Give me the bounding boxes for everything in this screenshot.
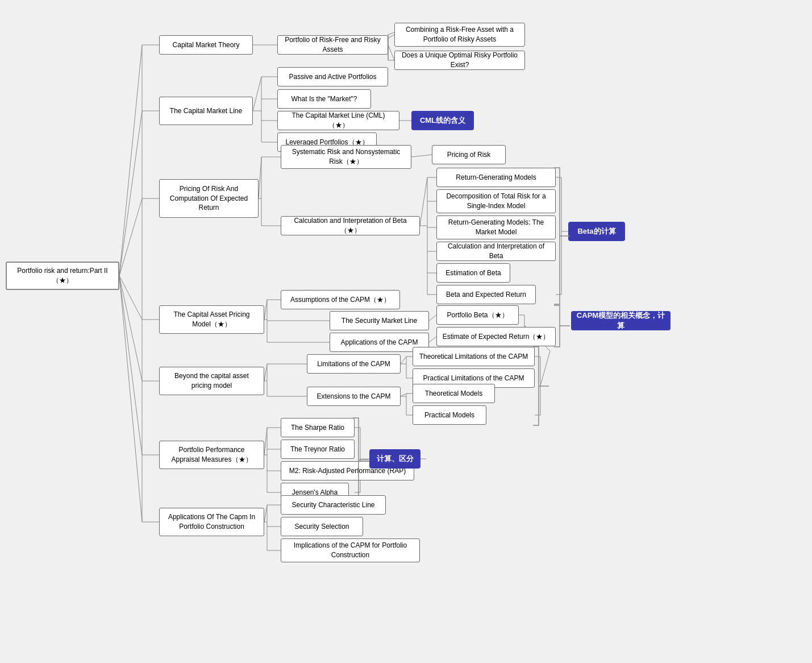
node-label: Estimation of Beta [445, 268, 501, 278]
svg-line-12 [119, 276, 142, 522]
node-label: Portfolio Beta（★） [447, 310, 508, 320]
svg-line-65 [401, 357, 406, 364]
node-estimation-beta: Estimation of Beta [436, 263, 510, 283]
node-label: The Sharpe Ratio [291, 423, 344, 433]
node-capm: The Capital Asset Pricing Model（★） [159, 305, 264, 334]
node-label: Calculation and Interpretation of Beta [442, 242, 551, 261]
node-label: Systematic Risk and Nonsystematic Risk（★… [286, 147, 406, 167]
node-label: Beyond the capital asset pricing model [164, 371, 259, 391]
node-label: Security Characteristic Line [292, 500, 374, 510]
node-label: The Security Market Line [342, 316, 417, 326]
node-label: Passive and Active Portfolios [289, 72, 376, 82]
node-what-market: What Is the "Market"? [277, 89, 371, 109]
node-applications-capm-portfolio: Applications Of The Capm In Portfolio Co… [159, 508, 264, 536]
node-label: Security Selection [294, 522, 349, 532]
node-label: The Capital Market Line [170, 106, 242, 116]
node-cml-highlight: CML线的含义 [411, 111, 474, 130]
node-label: Practical Models [424, 411, 474, 420]
node-label: Extensions to the CAPM [317, 392, 390, 401]
node-beta-calc-highlight: Beta的计算 [568, 222, 625, 241]
node-sml: The Security Market Line [330, 311, 429, 330]
node-label: Theoretical Limitations of the CAPM [419, 352, 528, 362]
node-label: Assumptions of the CAPM（★） [290, 295, 390, 305]
node-label: Implications of the CAPM for Portfolio C… [286, 541, 415, 560]
root-label: Portfolio risk and return:Part II（★） [11, 266, 114, 285]
svg-line-2 [119, 111, 142, 276]
node-implications-capm: Implications of the CAPM for Portfolio C… [281, 538, 420, 562]
node-label: Does a Unique Optimal Risky Portfolio Ex… [399, 51, 520, 70]
svg-line-96 [388, 32, 394, 35]
svg-line-48 [264, 300, 267, 320]
node-passive-active: Passive and Active Portfolios [277, 67, 388, 86]
node-label: Pricing Of Risk And Computation Of Expec… [164, 184, 253, 213]
mind-map-canvas: Portfolio risk and return:Part II（★） Cap… [0, 0, 812, 663]
node-label: Combining a Risk-Free Asset with a Portf… [399, 25, 520, 44]
node-calc-distinguish-highlight: 计算、区分 [369, 449, 420, 469]
node-portfolio-risk-free: Portfolio of Risk-Free and Risky Assets [277, 35, 388, 55]
node-cml: The Capital Market Line (CML)（★） [277, 111, 399, 130]
svg-line-21 [253, 77, 261, 111]
svg-line-34 [411, 155, 432, 157]
node-label: CML线的含义 [420, 115, 465, 126]
node-label: The Capital Asset Pricing Model（★） [164, 310, 259, 329]
svg-line-17 [388, 45, 394, 60]
node-label: Portfolio Performance Appraisal Measures… [164, 445, 259, 465]
svg-line-6 [119, 276, 142, 320]
svg-line-60 [264, 364, 267, 381]
node-label: Estimate of Expected Return（★） [443, 332, 550, 342]
svg-line-16 [388, 35, 394, 38]
node-capital-market-theory: Capital Market Theory [159, 35, 253, 55]
node-decomposition: Decomposition of Total Risk for a Single… [436, 189, 556, 213]
node-label: CAPM模型的相关概念，计算 [576, 310, 666, 331]
svg-line-55 [429, 337, 436, 342]
node-beta-expected-return: Beta and Expected Return [436, 285, 536, 304]
node-label: Return-Generating Models [456, 173, 536, 183]
node-capital-market-line: The Capital Market Line [159, 97, 253, 125]
svg-line-70 [401, 393, 406, 396]
node-limitations-capm: Limitations of the CAPM [307, 354, 401, 374]
node-return-generating-market: Return-Generating Models: The Market Mod… [436, 216, 556, 239]
node-theoretical-limitations: Theoretical Limitations of the CAPM [413, 347, 535, 366]
node-security-selection: Security Selection [281, 517, 363, 536]
node-portfolio-beta: Portfolio Beta（★） [436, 305, 519, 325]
node-unique-optimal: Does a Unique Optimal Risky Portfolio Ex… [394, 51, 525, 70]
node-pricing-of-risk: Pricing of Risk [432, 145, 506, 164]
svg-line-8 [119, 276, 142, 381]
connector-lines [0, 0, 812, 663]
svg-line-78 [540, 351, 550, 386]
svg-line-79 [264, 428, 267, 455]
node-label: 计算、区分 [377, 454, 414, 464]
node-label: The Treynor Ratio [290, 445, 345, 454]
node-capm-highlight: CAPM模型的相关概念，计算 [571, 311, 671, 330]
node-label: Theoretical Models [425, 389, 482, 399]
node-label: Applications of the CAPM [340, 338, 418, 347]
node-label: The Capital Market Line (CML)（★） [282, 111, 394, 130]
node-return-generating: Return-Generating Models [436, 168, 556, 187]
node-label: Capital Market Theory [173, 40, 240, 50]
node-pricing-risk-computation: Pricing Of Risk And Computation Of Expec… [159, 179, 259, 218]
node-assumptions-capm: Assumptions of the CAPM（★） [281, 290, 400, 309]
svg-line-4 [119, 198, 142, 276]
node-label: Practical Limitations of the CAPM [423, 374, 524, 383]
node-sharpe: The Sharpe Ratio [281, 418, 355, 437]
svg-line-54 [429, 315, 436, 321]
node-label: Limitations of the CAPM [317, 359, 390, 369]
svg-line-10 [119, 276, 142, 455]
node-portfolio-performance: Portfolio Performance Appraisal Measures… [159, 441, 264, 469]
svg-line-35 [420, 177, 427, 226]
node-theoretical-models: Theoretical Models [413, 384, 495, 403]
node-label: Applications Of The Capm In Portfolio Co… [164, 512, 259, 532]
node-extensions-capm: Extensions to the CAPM [307, 387, 401, 406]
node-calc-beta: Calculation and Interpretation of Beta（★… [281, 216, 420, 235]
node-systematic-risk: Systematic Risk and Nonsystematic Risk（★… [281, 145, 411, 169]
node-label: Beta and Expected Return [446, 290, 526, 300]
node-beyond-capm: Beyond the capital asset pricing model [159, 367, 264, 395]
node-combining-risk-free: Combining a Risk-Free Asset with a Portf… [394, 23, 525, 47]
node-label: Return-Generating Models: The Market Mod… [442, 218, 551, 237]
node-security-characteristic-line: Security Characteristic Line [281, 495, 386, 515]
node-label: Calculation and Interpretation of Beta（★… [286, 216, 415, 235]
node-estimate-expected-return: Estimate of Expected Return（★） [436, 327, 556, 346]
node-label: Pricing of Risk [447, 150, 491, 160]
node-treynor: The Treynor Ratio [281, 440, 355, 459]
node-label: Decomposition of Total Risk for a Single… [442, 192, 551, 211]
